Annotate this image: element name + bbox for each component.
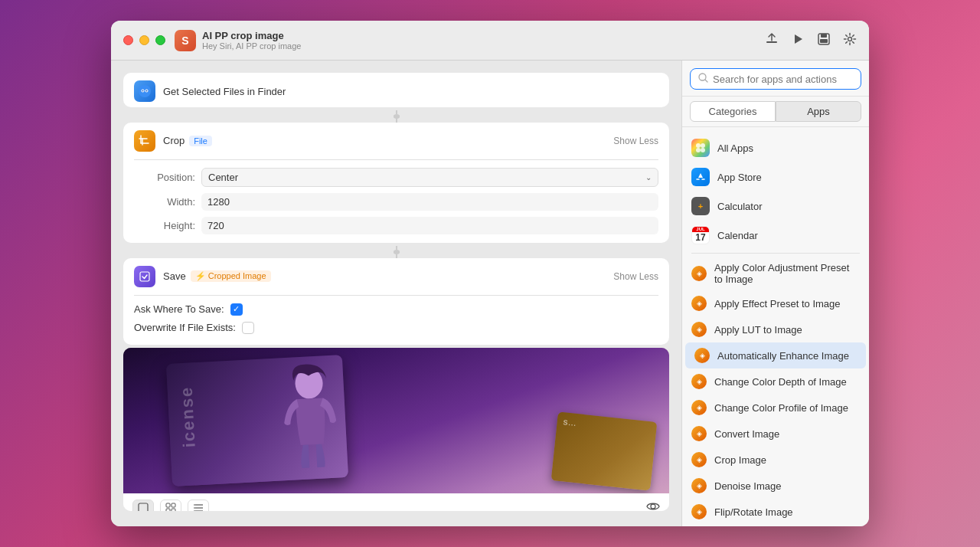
list-item-calculator[interactable]: + Calculator xyxy=(682,192,869,221)
svg-point-23 xyxy=(696,143,701,148)
crop-show-less[interactable]: Show Less xyxy=(613,136,658,146)
svg-rect-0 xyxy=(766,41,777,43)
list-item-appstore[interactable]: App Store xyxy=(682,162,869,192)
list-item-apply-effect[interactable]: ◈ Apply Effect Preset to Image xyxy=(682,290,869,316)
action-icon-color-profile: ◈ xyxy=(691,400,707,415)
overwrite-checkbox[interactable] xyxy=(242,322,254,334)
main-card: icense xyxy=(166,355,348,486)
list-item-calendar[interactable]: JUL 17 Calendar xyxy=(682,221,869,250)
svg-rect-16 xyxy=(172,509,175,511)
get-files-block: Get Selected Files in Finder xyxy=(123,73,669,107)
height-label: Height: xyxy=(134,220,195,231)
eye-icon[interactable] xyxy=(646,501,660,511)
action-icon-color-depth: ◈ xyxy=(691,374,707,389)
list-item-denoise[interactable]: ◈ Denoise Image xyxy=(682,473,869,499)
action-icon-apply-effect: ◈ xyxy=(691,296,707,311)
tab-apps[interactable]: Apps xyxy=(776,101,861,122)
list-item-crop-image[interactable]: ◈ Crop Image xyxy=(682,447,869,473)
fullscreen-button[interactable] xyxy=(155,35,165,45)
height-input[interactable] xyxy=(201,217,658,234)
list-item-color-depth[interactable]: ◈ Change Color Depth of Image xyxy=(682,368,869,395)
close-button[interactable] xyxy=(123,35,133,45)
preview-toolbar xyxy=(123,493,669,511)
crop-icon xyxy=(134,130,155,152)
apply-effect-label: Apply Effect Preset to Image xyxy=(714,298,841,310)
list-item-apply-lut[interactable]: ◈ Apply LUT to Image xyxy=(682,316,869,342)
save-icon[interactable] xyxy=(817,32,831,49)
list-item-improve-color[interactable]: ◈ Improve Color Balance xyxy=(682,525,869,526)
denoise-label: Denoise Image xyxy=(714,480,781,492)
list-item-flip-rotate[interactable]: ◈ Flip/Rotate Image xyxy=(682,499,869,525)
list-item-convert-image[interactable]: ◈ Convert Image xyxy=(682,421,869,447)
svg-point-9 xyxy=(146,90,148,92)
ask-where-checkbox[interactable]: ✓ xyxy=(230,303,243,316)
color-depth-label: Change Color Depth of Image xyxy=(714,376,847,388)
position-select[interactable]: Center ⌄ xyxy=(201,168,658,187)
save-title: Save xyxy=(163,270,186,282)
finder-icon xyxy=(134,80,155,102)
save-title-area: Save ⚡ Cropped Image xyxy=(163,270,271,282)
action-icon-apply-lut: ◈ xyxy=(691,322,707,337)
list-view-button[interactable] xyxy=(188,500,209,511)
crop-header: Crop File Show Less xyxy=(123,123,669,159)
svg-point-24 xyxy=(701,143,705,148)
height-row: Height: xyxy=(134,217,658,234)
action-icon-crop-image: ◈ xyxy=(691,452,707,467)
save-show-less[interactable]: Show Less xyxy=(613,271,658,282)
upload-icon[interactable] xyxy=(765,32,779,49)
color-profile-label: Change Color Profile of Image xyxy=(714,402,848,414)
save-action-icon xyxy=(134,266,155,287)
chevron-down-icon: ⌄ xyxy=(645,173,652,182)
calc-symbol: + xyxy=(698,201,703,211)
anime-figure-svg xyxy=(266,359,340,474)
list-item-all-apps[interactable]: All Apps xyxy=(682,133,869,162)
svg-point-20 xyxy=(651,504,655,509)
appstore-label: App Store xyxy=(717,172,762,183)
get-files-header: Get Selected Files in Finder xyxy=(123,73,669,107)
apps-list: All Apps App Store + xyxy=(682,127,869,526)
tab-categories[interactable]: Categories xyxy=(690,101,776,122)
tab-bar: Categories Apps xyxy=(682,97,869,127)
svg-point-25 xyxy=(696,148,701,152)
preview-block: icense S... xyxy=(123,348,669,511)
window-title: AI PP crop image xyxy=(202,30,765,41)
svg-point-5 xyxy=(139,85,151,97)
window-subtitle: Hey Siri, AI PP crop image xyxy=(202,41,765,51)
list-item-auto-enhance[interactable]: ◈ Automatically Enhance Image xyxy=(685,342,866,368)
minimize-button[interactable] xyxy=(139,35,149,45)
action-icon-convert-image: ◈ xyxy=(691,426,707,441)
play-icon[interactable] xyxy=(791,32,805,49)
content-area: Get Selected Files in Finder xyxy=(111,61,869,526)
title-text: AI PP crop image Hey Siri, AI PP crop im… xyxy=(202,30,765,51)
calculator-label: Calculator xyxy=(717,201,763,212)
titlebar-actions xyxy=(765,32,857,49)
position-label: Position: xyxy=(134,172,195,183)
save-block: Save ⚡ Cropped Image Show Less Ask Where… xyxy=(123,258,669,345)
svg-rect-10 xyxy=(140,272,149,281)
ask-where-row: Ask Where To Save: ✓ xyxy=(134,303,658,316)
crop-badge[interactable]: File xyxy=(189,136,212,146)
settings-icon[interactable] xyxy=(843,32,857,49)
convert-image-label: Convert Image xyxy=(714,428,779,440)
ask-where-label: Ask Where To Save: xyxy=(134,303,224,315)
width-input[interactable] xyxy=(201,193,658,211)
cal-month: JUL xyxy=(692,226,709,232)
apply-color-adj-label: Apply Color Adjustment Preset to Image xyxy=(714,262,860,285)
get-files-title: Get Selected Files in Finder xyxy=(163,86,658,97)
grid-view-button[interactable] xyxy=(160,500,181,511)
search-input[interactable] xyxy=(713,74,853,85)
cal-day: 17 xyxy=(695,232,705,244)
single-view-button[interactable] xyxy=(132,500,154,511)
calculator-icon: + xyxy=(691,197,710,215)
save-badge[interactable]: ⚡ Cropped Image xyxy=(191,270,271,282)
appstore-icon xyxy=(691,168,710,186)
crop-body: Position: Center ⌄ Width: Height: xyxy=(123,160,669,243)
svg-line-22 xyxy=(705,80,707,82)
connector-1 xyxy=(123,110,669,123)
brown-card: S... xyxy=(551,411,658,490)
list-item-color-profile[interactable]: ◈ Change Color Profile of Image xyxy=(682,395,869,421)
list-item-apply-color-adj[interactable]: ◈ Apply Color Adjustment Preset to Image xyxy=(682,257,869,290)
svg-rect-13 xyxy=(166,503,170,507)
position-value: Center xyxy=(208,172,238,183)
main-panel: Get Selected Files in Finder xyxy=(111,61,681,526)
